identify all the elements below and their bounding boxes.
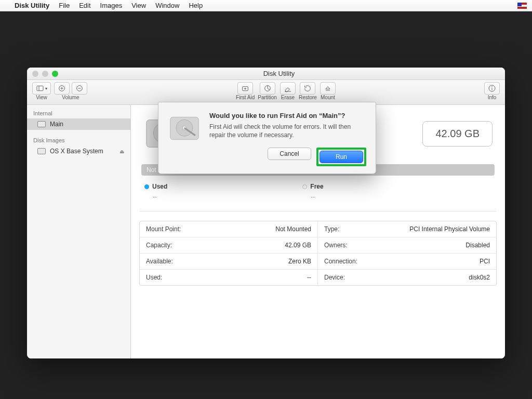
eject-icon[interactable]: ⏏ (119, 149, 124, 154)
free-value: -- (311, 193, 323, 201)
window-titlebar[interactable]: Disk Utility (27, 68, 505, 80)
sidebar-section-internal: Internal (27, 108, 130, 118)
dialog-description: First Aid will check the volume for erro… (209, 123, 366, 139)
dmg-icon (37, 148, 46, 154)
type-key: Type: (324, 225, 339, 233)
menubar-item-images[interactable]: Images (100, 2, 123, 9)
partition-button[interactable] (260, 82, 275, 95)
close-button[interactable] (32, 71, 38, 77)
mount-point-key: Mount Point: (146, 225, 181, 233)
mount-icon (324, 84, 332, 92)
usage-row: Used -- Free -- (139, 181, 497, 211)
sidebar-item-main[interactable]: Main (27, 118, 130, 130)
minimize-button[interactable] (42, 71, 48, 77)
info-button[interactable] (484, 82, 500, 95)
sidebar-item-label: OS X Base System (50, 148, 103, 155)
toolbar: ▾ View Volume First Aid Partition Erase … (27, 80, 505, 105)
toolbar-volume-group: Volume (54, 82, 87, 100)
run-button[interactable]: Run (320, 151, 363, 163)
first-aid-dialog: Would you like to run First Aid on “Main… (158, 102, 376, 174)
used-value: -- (153, 193, 167, 201)
used-val: -- (307, 274, 311, 281)
volume-info-table: Mount Point:Not Mounted Type:PCI Interna… (139, 221, 497, 286)
volume-remove-button[interactable] (72, 82, 87, 95)
traffic-lights (32, 71, 58, 77)
window-title: Disk Utility (263, 70, 295, 77)
first-aid-icon (241, 84, 249, 92)
chevron-down-icon: ▾ (45, 86, 47, 91)
connection-key: Connection: (324, 258, 357, 265)
sidebar-item-label: Main (50, 121, 63, 128)
used-label: Used (152, 183, 167, 190)
first-aid-button[interactable] (237, 82, 253, 95)
zoom-button[interactable] (52, 71, 58, 77)
view-button[interactable]: ▾ (32, 82, 51, 95)
toolbar-first-aid-label: First Aid (236, 95, 255, 100)
menubar-item-window[interactable]: Window (155, 2, 179, 9)
toolbar-volume-label: Volume (62, 95, 79, 100)
svg-rect-0 (37, 86, 43, 90)
used-key: Used: (146, 274, 162, 281)
sidebar-section-images: Disk Images (27, 135, 130, 145)
menubar-item-view[interactable]: View (131, 2, 146, 9)
device-val: disk0s2 (469, 274, 490, 281)
info-icon (488, 84, 496, 92)
menubar: Disk Utility File Edit Images View Windo… (0, 0, 532, 11)
restore-button[interactable] (300, 82, 315, 95)
input-flag-icon[interactable] (517, 3, 527, 9)
menubar-item-help[interactable]: Help (189, 2, 203, 9)
owners-key: Owners: (324, 242, 348, 249)
capacity-key: Capacity: (146, 242, 172, 249)
disk-icon (37, 121, 46, 127)
hdd-dialog-icon (168, 112, 201, 145)
owners-val: Disabled (466, 242, 490, 249)
toolbar-view-group: ▾ View (32, 82, 51, 100)
toolbar-view-label: View (36, 95, 47, 100)
menubar-item-file[interactable]: File (59, 2, 70, 9)
capacity-val: 42.09 GB (285, 242, 311, 249)
sidebar-icon (36, 84, 44, 92)
type-val: PCI Internal Physical Volume (409, 225, 490, 233)
dialog-title: Would you like to run First Aid on “Main… (209, 112, 366, 119)
plus-disk-icon (58, 84, 66, 92)
free-dot-icon (302, 184, 307, 189)
mount-point-val: Not Mounted (275, 225, 311, 233)
volume-size-box: 42.09 GB (422, 121, 493, 147)
erase-button[interactable] (280, 82, 296, 95)
mount-button[interactable] (320, 82, 336, 95)
volume-size: 42.09 GB (435, 128, 480, 139)
toolbar-info-label: Info (488, 95, 497, 100)
svg-point-15 (492, 87, 493, 87)
toolbar-partition-label: Partition (258, 95, 277, 100)
toolbar-restore-label: Restore (299, 95, 317, 100)
free-label: Free (310, 183, 323, 190)
toolbar-mount-label: Mount (321, 95, 335, 100)
run-button-highlight: Run (316, 148, 366, 166)
menubar-item-edit[interactable]: Edit (79, 2, 90, 9)
available-val: Zero KB (288, 258, 311, 265)
menubar-app-name[interactable]: Disk Utility (15, 2, 49, 9)
device-key: Device: (324, 274, 345, 281)
sidebar-item-base-system[interactable]: OS X Base System ⏏ (27, 145, 130, 157)
cancel-button[interactable]: Cancel (268, 148, 311, 160)
restore-icon (303, 84, 312, 92)
connection-val: PCI (480, 258, 490, 265)
toolbar-erase-label: Erase (281, 95, 295, 100)
available-key: Available: (146, 258, 173, 265)
partition-icon (263, 84, 272, 92)
used-dot-icon (144, 184, 149, 189)
volume-add-button[interactable] (54, 82, 70, 95)
minus-disk-icon (75, 84, 84, 92)
erase-icon (284, 84, 292, 92)
sidebar: Internal Main Disk Images OS X Base Syst… (27, 105, 131, 358)
